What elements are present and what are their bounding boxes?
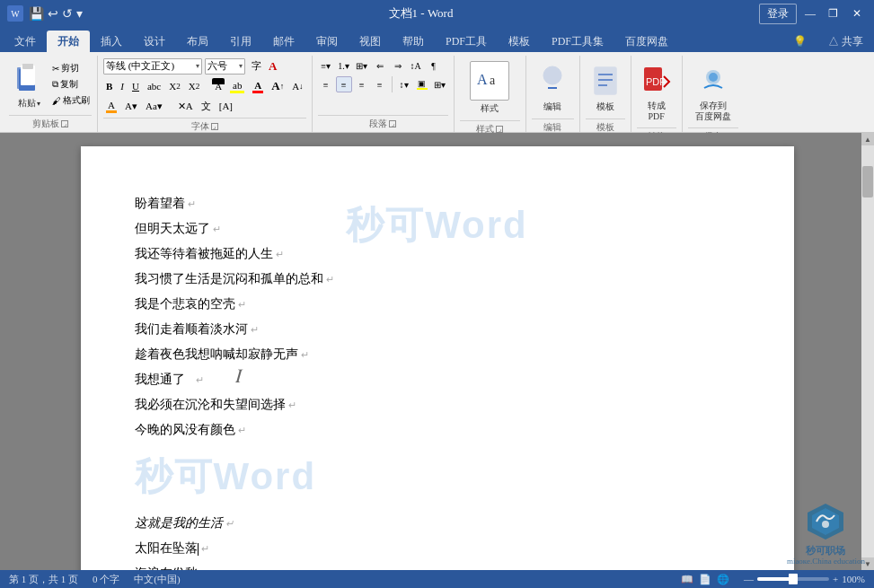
ribbon-group-style: A a 样式 样式 ⌟ [455,56,526,132]
line-6: 我们走着顺着淡水河 [135,317,740,342]
font-color2-button[interactable]: A [103,98,119,114]
clipboard-label: 剪贴板 ⌟ [9,115,92,132]
tab-pdf-toolset[interactable]: PDF工具集 [541,31,614,52]
scroll-thumb[interactable] [862,166,873,197]
bold-button[interactable]: B [103,78,115,94]
save-quick-icon[interactable]: 💾 [29,6,44,22]
print-view-btn[interactable]: 📄 [699,574,711,585]
template-icon [589,61,622,101]
font-size-display[interactable]: Aa▾ [143,98,165,114]
styles-button[interactable]: A a 样式 [466,57,513,118]
close-button[interactable]: ✕ [847,4,867,22]
superscript-button[interactable]: X2 [186,78,203,94]
tab-design[interactable]: 设计 [133,31,176,52]
shading-button[interactable]: ▣ [414,76,430,92]
show-formatting-button[interactable]: ¶ [426,57,442,74]
font-expand-icon[interactable]: ⌟ [211,123,218,130]
line-spacing-button[interactable]: ↕▾ [396,76,412,92]
tab-share[interactable]: △ 共享 [817,31,874,52]
web-view-btn[interactable]: 🌐 [717,574,729,585]
decrease-indent-button[interactable]: ⇐ [372,57,388,74]
scroll-up-button[interactable]: ▲ [861,133,874,145]
tab-file[interactable]: 文件 [4,31,47,52]
tab-layout[interactable]: 布局 [176,31,219,52]
format-painter-button[interactable]: 🖌 格式刷 [50,93,92,108]
list-number-button[interactable]: 1.▾ [336,57,352,74]
tab-help-icon[interactable]: 💡 [782,31,817,52]
align-left-button[interactable]: ≡ [318,76,334,92]
template-button[interactable]: 模板 [586,57,625,117]
sort-button[interactable]: ↕A [408,57,424,74]
cut-button[interactable]: ✂ 剪切 [50,61,92,75]
font-color-button[interactable]: A [250,78,266,94]
justify-button[interactable]: ≡ [372,76,388,92]
char-count-btn[interactable]: 字 [248,57,265,75]
char-border-btn[interactable]: [A] [216,98,235,114]
paste-label: 粘贴 ▾ [18,97,40,110]
tab-mailings[interactable]: 邮件 [262,31,305,52]
tab-help[interactable]: 帮助 [392,31,435,52]
customize-icon[interactable]: ▾ [76,6,83,22]
zoom-slider[interactable] [757,577,829,581]
list-bullet-button[interactable]: ≡▾ [318,57,334,74]
paste-icon [13,59,45,97]
strikethrough-button[interactable]: abc [145,78,163,94]
titlebar-controls: 登录 — ❐ ✕ [759,4,867,24]
paste-button[interactable]: 粘贴 ▾ [9,57,49,111]
fontsize-down-icon: A [292,81,299,92]
underline-button[interactable]: U [129,78,142,94]
tab-home[interactable]: 开始 [47,31,90,52]
phonetic-guide-btn[interactable]: 文 [199,98,214,114]
clear-format-button[interactable]: ✕A [175,98,196,114]
edit-icon [536,61,569,101]
document-page[interactable]: 秒可Word 盼着望着 但明天太远了 我还等待着被拖延的人生 我习惯了生活是沉闷… [81,146,794,570]
align-right-button[interactable]: ≡ [354,76,370,92]
font-name-dropdown[interactable]: 等线 (中文正文) ▾ [103,58,202,75]
highlight-color-button[interactable]: ab [227,78,247,94]
tab-baidu-drive[interactable]: 百度网盘 [614,31,679,52]
font-size-up-btn2[interactable]: A ↑ [269,78,287,94]
tab-view[interactable]: 视图 [349,31,392,52]
subscript-button[interactable]: X2 [166,78,183,94]
signin-button[interactable]: 登录 [759,4,797,24]
tab-pdf-tools[interactable]: PDF工具 [435,31,498,52]
tab-review[interactable]: 审阅 [305,31,349,52]
scroll-track[interactable] [861,145,874,557]
italic-button[interactable]: I [118,78,127,94]
style-expand-icon[interactable]: ⌟ [496,126,503,133]
font-color-bar [252,91,263,93]
page-container[interactable]: 秒可Word 盼着望着 但明天太远了 我还等待着被拖延的人生 我习惯了生活是沉闷… [0,133,874,570]
tab-template[interactable]: 模板 [498,31,541,52]
minimize-button[interactable]: — [800,4,820,22]
convert-button[interactable]: PDF 转成PDF [637,57,676,126]
zoom-out-btn[interactable]: — [744,574,754,584]
text-effect-button[interactable]: A [212,78,225,94]
edit-button[interactable]: 编辑 [533,57,572,117]
undo-icon[interactable]: ↩ [48,6,58,22]
increase-indent-button[interactable]: ⇒ [390,57,406,74]
font-size-dropdown[interactable]: 六号 ▾ [205,58,245,75]
font-size-down-btn[interactable]: A ↓ [289,78,305,94]
tab-insert[interactable]: 插入 [90,31,133,52]
border-button[interactable]: ⊞▾ [432,76,448,92]
font-size-increase-btn[interactable]: A [266,58,279,75]
list-multilevel-button[interactable]: ⊞▾ [354,57,370,74]
zoom-in-btn[interactable]: + [833,574,838,584]
tab-references[interactable]: 引用 [219,31,262,52]
font-row3: A A▾ Aa▾ ✕A 文 [A] [103,98,235,114]
copy-button[interactable]: ⧉ 复制 [50,77,92,92]
paragraph-expand-icon[interactable]: ⌟ [389,120,396,127]
ribbon-group-convert: PDF 转成PDF 转换 [631,56,683,132]
text-color2-button[interactable]: A▾ [122,98,140,114]
zoom-handle[interactable] [789,574,798,584]
highlight-letter: ab [233,80,242,91]
font-row1: 等线 (中文正文) ▾ 六号 ▾ 字 A [103,57,279,75]
redo-icon[interactable]: ↺ [62,6,73,22]
clipboard-sub-buttons: ✂ 剪切 ⧉ 复制 🖌 格式刷 [50,57,92,108]
read-view-btn[interactable]: 📖 [681,574,693,585]
save-baidu-button[interactable]: 保存到百度网盘 [692,57,735,126]
clipboard-expand-icon[interactable]: ⌟ [61,120,68,127]
restore-button[interactable]: ❐ [824,4,843,22]
format-painter-icon: 🖌 [52,96,61,106]
align-center-button[interactable]: ≡ [336,76,352,92]
